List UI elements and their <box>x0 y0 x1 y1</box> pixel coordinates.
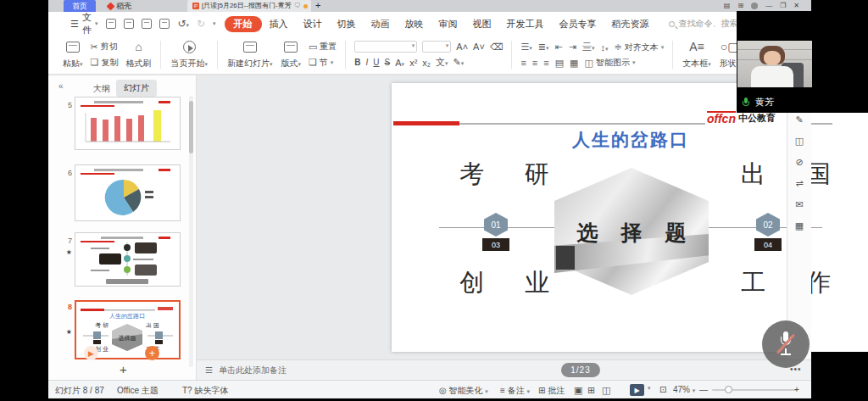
slide-6-thumbnail[interactable] <box>75 164 181 221</box>
zoom-slider[interactable] <box>712 389 797 391</box>
ribbon-tab-design[interactable]: 设计 <box>296 16 330 32</box>
justify-icon[interactable]: ▤ <box>555 58 564 69</box>
bold-button[interactable]: B <box>354 58 360 67</box>
missing-font-warning[interactable]: T? 缺失字体 <box>182 385 228 397</box>
close-button[interactable]: ✕ <box>793 2 799 9</box>
font-family-select[interactable] <box>354 41 417 53</box>
ribbon-tab-docer-resources[interactable]: 稻壳资源 <box>604 16 657 32</box>
section-button[interactable]: ❏节▾ <box>309 57 337 69</box>
save-icon[interactable] <box>106 19 116 29</box>
file-menu[interactable]: ☰ 文件 ▾ <box>70 11 97 36</box>
toolbar-options-icon[interactable]: ▾ <box>213 20 216 27</box>
thumbnail-play-button[interactable]: ▶ <box>84 346 98 360</box>
mail-icon[interactable]: ✉ <box>795 199 803 210</box>
webcam-overlay[interactable]: 黄芳 <box>737 11 868 113</box>
theme-name[interactable]: Office 主题 <box>117 385 159 397</box>
reset-button[interactable]: ▭重置 <box>309 41 337 53</box>
smart-diagram-button[interactable]: ◫ 智能图示▾ <box>585 57 636 69</box>
zoom-in-button[interactable]: + <box>794 385 799 394</box>
slideshow-play-button[interactable]: ▶ <box>630 384 644 396</box>
subscript-icon[interactable]: x₂ <box>422 58 431 68</box>
ribbon-tab-view[interactable]: 视图 <box>465 16 499 32</box>
align-left-icon[interactable]: ≡ <box>520 58 526 68</box>
mute-microphone-button[interactable] <box>762 320 810 368</box>
clear-format-icon[interactable]: ⌫ <box>490 42 504 53</box>
decrease-font-icon[interactable]: A˅ <box>473 42 485 52</box>
minimize-button[interactable]: — <box>765 2 772 9</box>
play-options-icon[interactable]: ▾ <box>648 385 651 392</box>
slide-sorter-icon[interactable]: ⊞ <box>587 385 595 396</box>
line-spacing-icon[interactable]: ↕▾ <box>601 42 609 53</box>
notes-placeholder[interactable]: 单击此处添加备注 <box>219 365 287 376</box>
ribbon-tab-insert[interactable]: 插入 <box>262 16 296 32</box>
ribbon-tab-animation[interactable]: 动画 <box>364 16 398 32</box>
maximize-button[interactable]: ❐ <box>780 2 786 9</box>
numbered-list-icon[interactable]: ≣▾ <box>538 42 549 53</box>
distribute-icon[interactable]: ▦ <box>570 58 578 69</box>
tab-document[interactable]: P [只读]5月26日--报国有门-黄芳 🗨 <box>187 0 311 12</box>
tab-home[interactable]: 首页 <box>64 0 96 12</box>
align-right-icon[interactable]: ≡ <box>543 58 548 68</box>
window-list-icon[interactable]: ▤ <box>724 2 731 9</box>
font-color-icon[interactable]: A▾ <box>395 58 404 68</box>
beautify-button[interactable]: ◎ 智能美化 ▾ <box>439 385 488 397</box>
decrease-indent-icon[interactable]: ⇤ <box>555 42 563 53</box>
export-icon[interactable] <box>124 19 134 29</box>
reading-view-icon[interactable]: ◫ <box>602 385 610 396</box>
bullet-list-icon[interactable]: ☰▾ <box>520 42 531 53</box>
undo-icon[interactable]: ↺▾ <box>177 18 189 30</box>
more-options-dots[interactable]: ••• <box>790 365 802 374</box>
ribbon-tab-member[interactable]: 会员专享 <box>552 16 604 32</box>
format-painter-button[interactable]: ⌂ 格式刷 <box>121 38 155 71</box>
collapse-panel-button[interactable]: « <box>58 81 64 91</box>
new-tab-button[interactable]: + <box>315 0 320 11</box>
text-effect-icon[interactable]: 文▾ <box>436 56 448 69</box>
highlight-color-icon[interactable]: ✎▾ <box>453 57 465 68</box>
tab-docer[interactable]: 稻壳 <box>103 0 152 12</box>
settings-sliders-icon[interactable]: ⇌ <box>795 178 803 189</box>
thumbnail-add-button[interactable]: + <box>145 346 159 360</box>
paste-button[interactable]: 粘贴▾ <box>58 38 87 71</box>
notes-bar[interactable]: ☰ 单击此处添加备注 1/23 <box>197 359 811 380</box>
text-box-button[interactable]: A≡ 文本框▾ <box>678 38 715 71</box>
slide-5-thumbnail[interactable] <box>75 97 181 150</box>
pip-window-icon[interactable]: ◫ <box>795 136 804 147</box>
ribbon-tab-review[interactable]: 审阅 <box>431 16 465 32</box>
align-center-icon[interactable]: ≡ <box>532 58 537 68</box>
apps-grid-icon[interactable]: ⊞ <box>737 2 743 9</box>
help-clock-icon[interactable]: ⊘ <box>795 157 803 168</box>
tab-slides[interactable]: 幻灯片 <box>116 80 157 97</box>
ribbon-tab-transition[interactable]: 切换 <box>330 16 364 32</box>
fit-to-window-icon[interactable]: ⊡ <box>659 385 666 394</box>
ribbon-tab-developer[interactable]: 开发工具 <box>499 16 552 32</box>
redo-icon[interactable]: ↻ <box>197 18 205 30</box>
pen-icon[interactable]: ✎ <box>795 114 803 125</box>
underline-button[interactable]: U <box>373 58 379 67</box>
notes-toggle-button[interactable]: ≡ 备注 ▾ <box>500 385 530 397</box>
play-from-current-button[interactable]: 当页开始▾ <box>166 38 212 71</box>
image-panel-icon[interactable]: ▦ <box>795 220 804 231</box>
text-direction-icon[interactable]: 亖▾ <box>582 41 595 53</box>
tab-outline[interactable]: 大纲 <box>87 81 116 97</box>
new-slide-button[interactable]: 新建幻灯片▾ <box>223 38 277 71</box>
zoom-slider-handle[interactable] <box>725 386 732 393</box>
align-text-button[interactable]: ≑ 对齐文本▾ <box>615 42 665 53</box>
slide-7-thumbnail[interactable] <box>75 232 181 287</box>
cut-button[interactable]: ✂剪切 <box>91 41 119 53</box>
ribbon-tab-home[interactable]: 开始 <box>225 16 262 32</box>
copy-button[interactable]: ❏复制 <box>91 57 119 69</box>
italic-button[interactable]: I <box>366 58 369 67</box>
zoom-percentage[interactable]: 47% ▾ <box>673 385 695 394</box>
print-preview-icon[interactable] <box>159 19 170 29</box>
superscript-icon[interactable]: x² <box>409 58 417 68</box>
strikethrough-button[interactable]: S <box>385 58 391 67</box>
layout-button[interactable]: 版式▾ <box>276 38 305 71</box>
increase-font-icon[interactable]: A˄ <box>456 42 468 52</box>
account-avatar[interactable] <box>751 3 758 9</box>
add-slide-button[interactable]: + <box>120 362 127 376</box>
print-icon[interactable] <box>142 19 152 29</box>
normal-view-icon[interactable]: ▣ <box>574 385 582 396</box>
increase-indent-icon[interactable]: ⇥ <box>569 42 576 53</box>
panel-scrollbar[interactable] <box>189 96 193 367</box>
ribbon-tab-slideshow[interactable]: 放映 <box>398 16 431 32</box>
